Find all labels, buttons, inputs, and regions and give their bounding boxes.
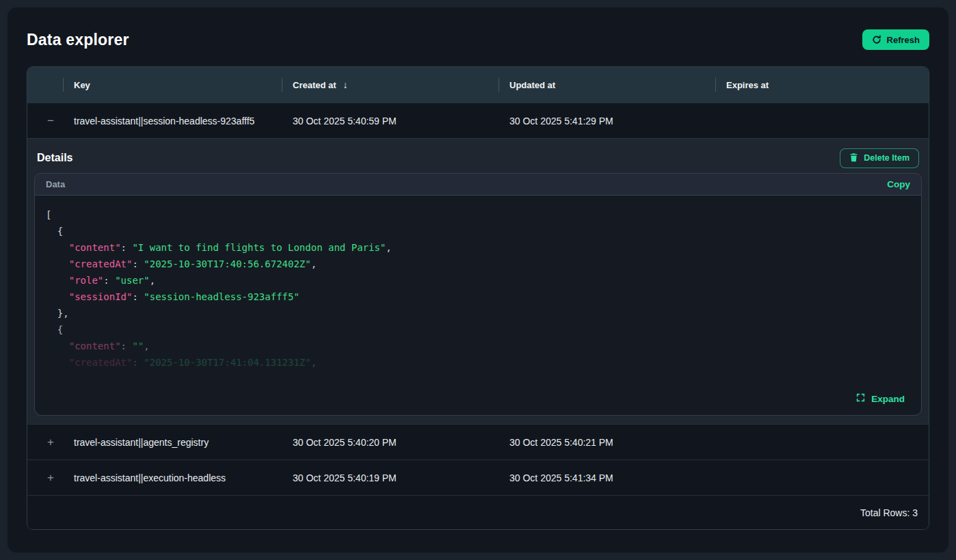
expand-row-button[interactable]: + xyxy=(47,472,54,483)
column-header-expires-at-label: Expires at xyxy=(726,80,769,90)
row-updated-at: 30 Oct 2025 5:40:21 PM xyxy=(499,437,715,448)
expand-button[interactable]: Expand xyxy=(856,393,905,404)
expander-column-header xyxy=(27,67,63,103)
delete-item-button[interactable]: Delete Item xyxy=(840,148,919,168)
table-row[interactable]: + travel-assistant||agents_registry 30 O… xyxy=(27,424,929,459)
column-divider xyxy=(499,78,499,92)
code-line: "createdAt": "2025-10-30T17:41:04.131231… xyxy=(46,354,909,371)
refresh-button-label: Refresh xyxy=(887,35,920,45)
code-line: }, xyxy=(46,305,909,321)
expander-cell: + xyxy=(27,436,63,448)
column-header-key-label: Key xyxy=(74,80,90,90)
table-row[interactable]: − travel-assistant||session-headless-923… xyxy=(27,103,929,138)
delete-item-label: Delete Item xyxy=(864,153,909,163)
row-updated-at: 30 Oct 2025 5:41:34 PM xyxy=(499,472,715,483)
row-created-at: 30 Oct 2025 5:40:20 PM xyxy=(282,437,499,448)
column-divider xyxy=(63,78,64,92)
data-panel: Data Copy [ { "content": "I want to find… xyxy=(34,173,922,416)
expand-button-label: Expand xyxy=(871,394,905,404)
expander-cell: + xyxy=(27,472,63,483)
details-header: Details Delete Item xyxy=(34,139,922,173)
page-title: Data explorer xyxy=(27,31,129,49)
column-header-created-at[interactable]: Created at ↓ xyxy=(282,67,499,103)
collapse-row-button[interactable]: − xyxy=(47,115,54,126)
code-line: "content": "I want to find flights to Lo… xyxy=(46,239,909,256)
code-line: [ xyxy=(46,206,909,223)
code-line: "content": "", xyxy=(46,338,909,354)
table-footer: Total Rows: 3 xyxy=(27,495,929,529)
row-key: travel-assistant||agents_registry xyxy=(63,437,282,448)
data-label: Data xyxy=(46,179,65,189)
sort-descending-icon[interactable]: ↓ xyxy=(343,79,348,90)
code-line: "role": "user", xyxy=(46,272,909,289)
data-panel-header: Data Copy xyxy=(35,174,921,195)
table-header-row: Key Created at ↓ Updated at Expires at xyxy=(27,67,929,103)
column-divider xyxy=(282,78,282,92)
total-rows-label: Total Rows: 3 xyxy=(860,507,918,518)
column-header-updated-at[interactable]: Updated at xyxy=(499,67,715,103)
column-divider xyxy=(715,78,716,92)
trash-icon xyxy=(849,152,858,164)
json-code: [ { "content": "I want to find flights t… xyxy=(35,196,921,393)
json-viewer: [ { "content": "I want to find flights t… xyxy=(35,195,921,415)
column-header-expires-at[interactable]: Expires at xyxy=(715,67,929,103)
code-line: "sessionId": "session-headless-923afff5" xyxy=(46,289,909,305)
refresh-icon xyxy=(872,35,881,44)
details-title: Details xyxy=(37,152,72,164)
row-key: travel-assistant||execution-headless xyxy=(63,472,282,483)
data-explorer-card: Data explorer Refresh Key Created at ↓ xyxy=(7,7,949,553)
code-line: "createdAt": "2025-10-30T17:40:56.672402… xyxy=(46,256,909,272)
row-created-at: 30 Oct 2025 5:40:59 PM xyxy=(282,116,499,126)
table-row[interactable]: + travel-assistant||execution-headless 3… xyxy=(27,459,929,495)
row-updated-at: 30 Oct 2025 5:41:29 PM xyxy=(499,116,715,126)
column-header-key[interactable]: Key xyxy=(63,67,282,103)
row-key: travel-assistant||session-headless-923af… xyxy=(63,116,282,126)
column-header-created-at-label: Created at xyxy=(293,80,336,90)
details-panel: Details Delete Item Data Copy xyxy=(27,138,929,424)
code-line: { xyxy=(46,321,909,338)
kv-table: Key Created at ↓ Updated at Expires at −… xyxy=(27,66,929,530)
row-created-at: 30 Oct 2025 5:40:19 PM xyxy=(282,472,499,483)
expand-icon xyxy=(856,393,865,404)
refresh-button[interactable]: Refresh xyxy=(862,29,929,50)
expand-row-button[interactable]: + xyxy=(47,436,54,448)
code-line: { xyxy=(46,223,909,239)
expander-cell: − xyxy=(27,115,63,126)
copy-button[interactable]: Copy xyxy=(887,179,910,189)
column-header-updated-at-label: Updated at xyxy=(509,80,555,90)
card-header: Data explorer Refresh xyxy=(27,8,929,66)
expand-row: Expand xyxy=(35,393,921,415)
